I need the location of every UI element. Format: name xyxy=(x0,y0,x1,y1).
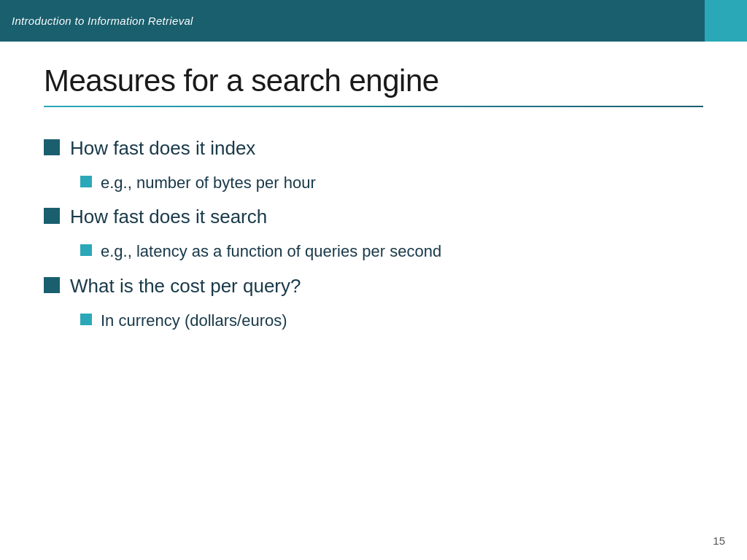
slide-content: Measures for a search engine How fast do… xyxy=(0,42,747,365)
header-title: Introduction to Information Retrieval xyxy=(12,15,193,27)
list-item: e.g., latency as a function of queries p… xyxy=(80,241,703,262)
bullet-text: What is the cost per query? xyxy=(70,274,301,299)
page-number: 15 xyxy=(713,534,725,547)
bullet-icon xyxy=(44,208,60,224)
sub-bullet-icon xyxy=(80,244,92,256)
sub-bullet-text: e.g., number of bytes per hour xyxy=(101,173,316,194)
slide-title: Measures for a search engine xyxy=(44,63,703,98)
bullet-text: How fast does it index xyxy=(70,136,255,161)
list-item: In currency (dollars/euros) xyxy=(80,311,703,332)
sub-bullet-list: e.g., number of bytes per hour xyxy=(80,173,703,194)
list-item: How fast does it index xyxy=(44,136,703,161)
list-item: How fast does it search xyxy=(44,205,703,230)
sub-bullet-icon xyxy=(80,176,92,187)
bullet-text: How fast does it search xyxy=(70,205,267,230)
bullet-icon xyxy=(44,277,60,293)
title-underline xyxy=(44,106,703,107)
sub-bullet-text: e.g., latency as a function of queries p… xyxy=(101,241,441,262)
bullet-icon xyxy=(44,139,60,155)
sub-bullet-list: e.g., latency as a function of queries p… xyxy=(80,241,703,262)
list-item: What is the cost per query? xyxy=(44,274,703,299)
header-bar: Introduction to Information Retrieval xyxy=(0,0,747,42)
sub-bullet-icon xyxy=(80,314,92,325)
bullet-list: How fast does it index e.g., number of b… xyxy=(44,136,703,331)
list-item: e.g., number of bytes per hour xyxy=(80,173,703,194)
header-accent xyxy=(705,0,747,42)
slide: Introduction to Information Retrieval Me… xyxy=(0,0,747,560)
sub-bullet-text: In currency (dollars/euros) xyxy=(101,311,287,332)
sub-bullet-list: In currency (dollars/euros) xyxy=(80,311,703,332)
